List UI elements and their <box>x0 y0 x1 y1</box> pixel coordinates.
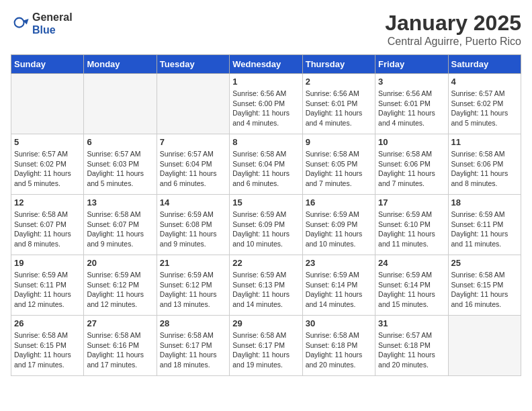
calendar-cell: 10Sunrise: 6:58 AMSunset: 6:06 PMDayligh… <box>375 134 448 195</box>
day-number: 25 <box>451 258 518 268</box>
calendar-cell <box>448 316 521 376</box>
day-info: Sunrise: 6:59 AMSunset: 6:09 PMDaylight:… <box>232 210 299 249</box>
calendar-week-row: 12Sunrise: 6:58 AMSunset: 6:07 PMDayligh… <box>11 195 521 255</box>
calendar-cell: 11Sunrise: 6:58 AMSunset: 6:06 PMDayligh… <box>448 134 521 195</box>
calendar-cell: 16Sunrise: 6:59 AMSunset: 6:09 PMDayligh… <box>302 195 375 255</box>
calendar-cell: 27Sunrise: 6:58 AMSunset: 6:16 PMDayligh… <box>84 316 157 376</box>
day-info: Sunrise: 6:59 AMSunset: 6:14 PMDaylight:… <box>378 270 445 310</box>
day-number: 8 <box>232 137 299 147</box>
day-number: 29 <box>232 318 299 328</box>
calendar-cell: 18Sunrise: 6:59 AMSunset: 6:11 PMDayligh… <box>448 195 521 255</box>
day-number: 13 <box>87 197 153 208</box>
day-number: 31 <box>378 318 445 328</box>
day-info: Sunrise: 6:57 AMSunset: 6:02 PMDaylight:… <box>14 149 81 189</box>
day-number: 11 <box>451 137 518 147</box>
calendar-cell: 23Sunrise: 6:59 AMSunset: 6:14 PMDayligh… <box>302 255 375 316</box>
calendar-header-wednesday: Wednesday <box>230 55 302 74</box>
calendar-cell <box>157 74 229 134</box>
calendar-cell: 8Sunrise: 6:58 AMSunset: 6:04 PMDaylight… <box>230 134 302 195</box>
day-info: Sunrise: 6:59 AMSunset: 6:14 PMDaylight:… <box>306 270 372 310</box>
calendar-cell: 30Sunrise: 6:58 AMSunset: 6:18 PMDayligh… <box>302 316 375 376</box>
day-number: 6 <box>87 137 153 147</box>
day-info: Sunrise: 6:59 AMSunset: 6:08 PMDaylight:… <box>160 210 226 249</box>
calendar-cell: 4Sunrise: 6:57 AMSunset: 6:02 PMDaylight… <box>448 74 521 134</box>
calendar-header-friday: Friday <box>375 55 448 74</box>
calendar-cell: 21Sunrise: 6:59 AMSunset: 6:12 PMDayligh… <box>157 255 229 316</box>
calendar-table: SundayMondayTuesdayWednesdayThursdayFrid… <box>11 54 521 376</box>
day-info: Sunrise: 6:57 AMSunset: 6:02 PMDaylight:… <box>451 89 518 128</box>
day-number: 2 <box>306 77 372 87</box>
calendar-cell: 25Sunrise: 6:58 AMSunset: 6:15 PMDayligh… <box>448 255 521 316</box>
page-header: General Blue January 2025 Central Aguirr… <box>11 11 521 48</box>
calendar-header-row: SundayMondayTuesdayWednesdayThursdayFrid… <box>11 55 521 74</box>
day-info: Sunrise: 6:58 AMSunset: 6:07 PMDaylight:… <box>87 210 153 249</box>
day-number: 15 <box>232 197 299 208</box>
calendar-week-row: 5Sunrise: 6:57 AMSunset: 6:02 PMDaylight… <box>11 134 521 195</box>
calendar-cell: 9Sunrise: 6:58 AMSunset: 6:05 PMDaylight… <box>302 134 375 195</box>
day-info: Sunrise: 6:59 AMSunset: 6:10 PMDaylight:… <box>378 210 445 249</box>
calendar-week-row: 19Sunrise: 6:59 AMSunset: 6:11 PMDayligh… <box>11 255 521 316</box>
day-number: 14 <box>160 197 226 208</box>
calendar-cell: 19Sunrise: 6:59 AMSunset: 6:11 PMDayligh… <box>11 255 84 316</box>
calendar-cell: 20Sunrise: 6:59 AMSunset: 6:12 PMDayligh… <box>84 255 157 316</box>
logo-blue-text: Blue <box>32 24 73 36</box>
day-info: Sunrise: 6:58 AMSunset: 6:07 PMDaylight:… <box>14 210 81 249</box>
calendar-cell: 28Sunrise: 6:58 AMSunset: 6:17 PMDayligh… <box>157 316 229 376</box>
day-number: 21 <box>160 258 226 268</box>
day-info: Sunrise: 6:59 AMSunset: 6:12 PMDaylight:… <box>87 270 153 310</box>
logo-general-text: General <box>32 11 73 24</box>
day-info: Sunrise: 6:59 AMSunset: 6:11 PMDaylight:… <box>14 270 81 310</box>
logo-icon <box>11 14 30 33</box>
day-number: 17 <box>378 197 445 208</box>
day-number: 5 <box>14 137 81 147</box>
day-info: Sunrise: 6:58 AMSunset: 6:15 PMDaylight:… <box>451 270 518 310</box>
day-info: Sunrise: 6:59 AMSunset: 6:13 PMDaylight:… <box>232 270 299 310</box>
day-info: Sunrise: 6:58 AMSunset: 6:17 PMDaylight:… <box>160 330 226 370</box>
day-info: Sunrise: 6:59 AMSunset: 6:11 PMDaylight:… <box>451 210 518 249</box>
day-info: Sunrise: 6:58 AMSunset: 6:16 PMDaylight:… <box>87 330 153 370</box>
calendar-cell: 15Sunrise: 6:59 AMSunset: 6:09 PMDayligh… <box>230 195 302 255</box>
calendar-cell <box>84 74 157 134</box>
day-info: Sunrise: 6:58 AMSunset: 6:15 PMDaylight:… <box>14 330 81 370</box>
day-number: 12 <box>14 197 81 208</box>
calendar-cell: 29Sunrise: 6:58 AMSunset: 6:17 PMDayligh… <box>230 316 302 376</box>
calendar-cell: 12Sunrise: 6:58 AMSunset: 6:07 PMDayligh… <box>11 195 84 255</box>
day-number: 4 <box>451 77 518 87</box>
day-number: 24 <box>378 258 445 268</box>
calendar-cell: 2Sunrise: 6:56 AMSunset: 6:01 PMDaylight… <box>302 74 375 134</box>
day-number: 27 <box>87 318 153 328</box>
calendar-cell: 14Sunrise: 6:59 AMSunset: 6:08 PMDayligh… <box>157 195 229 255</box>
calendar-cell: 22Sunrise: 6:59 AMSunset: 6:13 PMDayligh… <box>230 255 302 316</box>
title-area: January 2025 Central Aguirre, Puerto Ric… <box>385 11 521 48</box>
calendar-cell <box>11 74 84 134</box>
day-number: 26 <box>14 318 81 328</box>
day-number: 7 <box>160 137 226 147</box>
day-info: Sunrise: 6:58 AMSunset: 6:17 PMDaylight:… <box>232 330 299 370</box>
logo: General Blue <box>11 11 73 36</box>
calendar-cell: 3Sunrise: 6:56 AMSunset: 6:01 PMDaylight… <box>375 74 448 134</box>
calendar-header-tuesday: Tuesday <box>157 55 229 74</box>
svg-point-0 <box>15 18 24 28</box>
day-info: Sunrise: 6:59 AMSunset: 6:09 PMDaylight:… <box>306 210 372 249</box>
day-info: Sunrise: 6:57 AMSunset: 6:18 PMDaylight:… <box>378 330 445 370</box>
day-number: 16 <box>306 197 372 208</box>
day-number: 1 <box>232 77 299 87</box>
calendar-cell: 17Sunrise: 6:59 AMSunset: 6:10 PMDayligh… <box>375 195 448 255</box>
day-info: Sunrise: 6:57 AMSunset: 6:04 PMDaylight:… <box>160 149 226 189</box>
calendar-cell: 6Sunrise: 6:57 AMSunset: 6:03 PMDaylight… <box>84 134 157 195</box>
day-info: Sunrise: 6:57 AMSunset: 6:03 PMDaylight:… <box>87 149 153 189</box>
day-info: Sunrise: 6:56 AMSunset: 6:00 PMDaylight:… <box>232 89 299 128</box>
day-info: Sunrise: 6:56 AMSunset: 6:01 PMDaylight:… <box>378 89 445 128</box>
day-info: Sunrise: 6:59 AMSunset: 6:12 PMDaylight:… <box>160 270 226 310</box>
day-number: 18 <box>451 197 518 208</box>
calendar-week-row: 1Sunrise: 6:56 AMSunset: 6:00 PMDaylight… <box>11 74 521 134</box>
day-number: 19 <box>14 258 81 268</box>
calendar-cell: 5Sunrise: 6:57 AMSunset: 6:02 PMDaylight… <box>11 134 84 195</box>
day-info: Sunrise: 6:56 AMSunset: 6:01 PMDaylight:… <box>306 89 372 128</box>
calendar-cell: 26Sunrise: 6:58 AMSunset: 6:15 PMDayligh… <box>11 316 84 376</box>
calendar-header-saturday: Saturday <box>448 55 521 74</box>
month-title: January 2025 <box>385 11 521 36</box>
day-info: Sunrise: 6:58 AMSunset: 6:18 PMDaylight:… <box>306 330 372 370</box>
day-number: 9 <box>306 137 372 147</box>
day-number: 22 <box>232 258 299 268</box>
